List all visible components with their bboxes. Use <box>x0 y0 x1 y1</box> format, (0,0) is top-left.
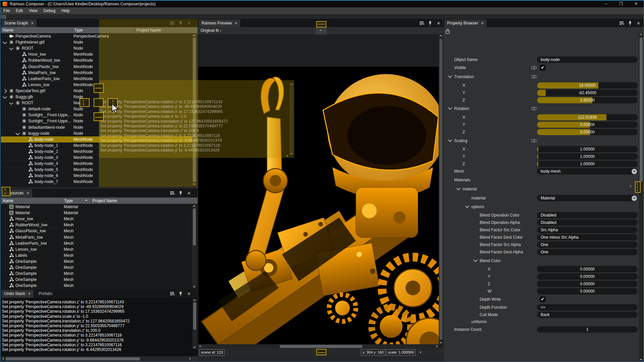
pin-icon[interactable] <box>428 21 433 26</box>
field-cull-mode[interactable]: Back <box>537 312 638 318</box>
pin-icon[interactable] <box>628 21 633 26</box>
chevron-down-icon[interactable] <box>465 204 469 208</box>
menu-edit[interactable]: Edit <box>13 7 26 14</box>
column-header-name[interactable]: Name <box>1 27 72 33</box>
tree-row[interactable]: defaultambient-nodeNode <box>1 124 198 131</box>
field-x[interactable]: 0.00000 <box>537 266 638 273</box>
menu-help[interactable]: Help <box>58 7 73 14</box>
fit-mode-dropdown[interactable]: Original fit <box>198 28 219 33</box>
menu-view[interactable]: View <box>26 7 41 14</box>
checkbox-visible[interactable]: ✔ <box>540 65 546 71</box>
preview-viewport[interactable] <box>198 34 439 344</box>
panel-close-icon[interactable]: ✕ <box>636 21 641 26</box>
pin-icon[interactable] <box>178 291 183 296</box>
chevron-down-icon[interactable] <box>3 40 7 44</box>
panel-menu-icon[interactable] <box>170 291 175 296</box>
undo-hscrollbar[interactable] <box>2 357 192 361</box>
chevron-down-icon[interactable] <box>448 74 452 78</box>
field-blend-factor-dest-alpha[interactable]: One <box>537 249 638 255</box>
tree-row[interactable]: FlightHelmet.gltfNode <box>1 39 198 46</box>
tab-prefabs[interactable]: Prefabs <box>36 290 55 298</box>
panel-menu-icon[interactable] <box>170 191 175 196</box>
chevron-down-icon[interactable] <box>473 258 478 262</box>
tree-row[interactable]: Hose_lowMesh <box>1 216 198 222</box>
tree-row[interactable]: body-node_6MeshNode <box>1 173 198 179</box>
tree-row[interactable]: RubberWood_lowMesh <box>1 222 198 228</box>
tree-row[interactable]: buggy-nodeNode <box>1 130 198 137</box>
panel-close-icon[interactable]: ✕ <box>186 191 192 196</box>
undo-log-line[interactable]: Set property 'PerspectiveCamera.rotation… <box>2 333 122 338</box>
scene-graph-vscrollbar[interactable] <box>192 34 197 186</box>
tree-row[interactable]: GlassPlastic_lowMeshNode <box>1 64 198 70</box>
tree-row[interactable]: body-node_7MeshNode <box>1 179 198 185</box>
tab-close-icon[interactable]: ✕ <box>481 19 484 27</box>
tree-row[interactable]: OneSampleMesh <box>1 277 198 283</box>
tree-row[interactable]: MaterialMaterial <box>1 210 198 216</box>
close-button[interactable]: ✕ <box>629 1 644 8</box>
field-z[interactable]: 0.00000 <box>537 281 638 287</box>
maximize-button[interactable]: ❐ <box>613 1 629 8</box>
tree-row[interactable]: LabelsMesh <box>1 252 198 259</box>
menu-file[interactable]: File <box>0 7 13 14</box>
field-y[interactable]: 1.00000 <box>537 154 638 160</box>
scroll-left-icon[interactable] <box>420 351 421 354</box>
tab-undo-stack[interactable]: Undo Stack✕ <box>2 290 34 298</box>
field-x[interactable]: 16.00000 <box>537 82 638 89</box>
undo-log-line[interactable]: Set property 'PerspectiveCamera.rotation… <box>2 304 123 309</box>
dropdown-mesh[interactable]: body-mesh <box>537 168 638 175</box>
tab-close-icon[interactable]: ✕ <box>26 189 29 197</box>
undo-log-line[interactable]: Set property 'PerspectiveCamera.rotation… <box>2 300 124 304</box>
column-header-type[interactable]: Type <box>62 198 90 204</box>
dropdown-arrow-icon[interactable] <box>632 169 637 174</box>
dock-grip[interactable] <box>1 15 6 19</box>
tree-row[interactable]: OneSampleMesh <box>1 264 198 271</box>
tree-row[interactable]: body-node_1MeshNode <box>1 142 198 149</box>
tree-row[interactable]: body-node_5MeshNode <box>1 167 198 173</box>
tree-row[interactable]: MetalParts_lowMeshNode <box>1 70 198 76</box>
field-z[interactable]: 0.00000 <box>537 129 638 135</box>
tree-row[interactable]: PerspectiveCameraPerspectiveCamera <box>1 33 198 40</box>
pin-icon[interactable] <box>178 191 183 196</box>
chevron-down-icon[interactable] <box>448 106 452 110</box>
link-icon[interactable] <box>531 75 537 78</box>
dropdown-material[interactable]: Material <box>537 195 638 201</box>
tree-row[interactable]: RubberWood_lowMeshNode <box>1 57 198 64</box>
tab-property-browser[interactable]: Property Browser✕ <box>444 19 487 27</box>
undo-vscrollbar[interactable] <box>193 299 197 349</box>
tree-row[interactable]: body-node_4MeshNode <box>1 161 198 167</box>
tree-row[interactable]: Hose_lowMeshNode <box>1 51 198 58</box>
dock-indicator-top-edge[interactable] <box>316 21 326 27</box>
tree-row[interactable]: OneSampleMesh <box>1 283 198 289</box>
dropdown-arrow-icon[interactable] <box>632 195 637 201</box>
field-blend-factor-src-alpha[interactable]: One <box>537 242 638 248</box>
dock-indicator-center[interactable] <box>94 98 104 107</box>
tree-row[interactable]: body-node_3MeshNode <box>1 155 198 161</box>
tree-row[interactable]: Lenses_lowMesh <box>1 246 198 253</box>
field-y[interactable]: 0.00000 <box>537 122 638 128</box>
chevron-down-icon[interactable] <box>9 46 13 50</box>
column-header-name[interactable]: Name <box>1 198 62 204</box>
field-depth-function[interactable]: <= <box>537 304 638 311</box>
link-icon[interactable] <box>531 66 537 69</box>
resources-vscrollbar[interactable] <box>192 204 197 288</box>
field-z[interactable]: 1.00000 <box>537 161 638 167</box>
field-object-name[interactable]: body-node <box>537 57 638 63</box>
chevron-down-icon[interactable] <box>3 95 7 99</box>
minimize-button[interactable]: – <box>598 1 613 8</box>
dock-indicator-right-edge[interactable] <box>635 181 641 193</box>
field-z[interactable]: 3.90000 <box>537 97 638 104</box>
tree-row[interactable]: ROOTNode <box>1 45 198 52</box>
field-y[interactable]: -82.45000 <box>537 90 638 96</box>
field-w[interactable]: 0.00000 <box>537 288 638 295</box>
preview-vscrollbar[interactable] <box>439 34 443 344</box>
chevron-right-icon[interactable] <box>3 89 7 93</box>
tree-row[interactable]: LeatherParts_lowMesh <box>1 240 198 247</box>
panel-close-icon[interactable]: ✕ <box>186 291 192 296</box>
field-y[interactable]: 0.00000 <box>537 274 638 280</box>
panel-close-icon[interactable]: ✕ <box>186 21 192 26</box>
tab-close-icon[interactable]: ✕ <box>234 19 237 27</box>
field-x[interactable]: 1.00000 <box>537 146 638 153</box>
chevron-down-icon[interactable] <box>448 138 452 142</box>
tree-row-selected[interactable]: body-nodeMeshNode <box>1 136 198 143</box>
tree-row[interactable]: OneSampleMesh <box>1 258 198 265</box>
